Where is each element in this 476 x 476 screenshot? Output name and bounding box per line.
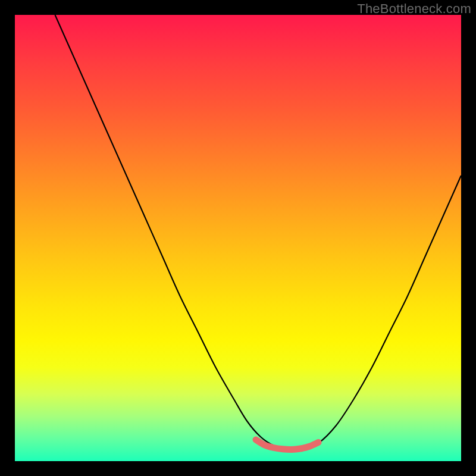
attribution-text: TheBottleneck.com — [357, 1, 471, 17]
plot-area — [15, 15, 461, 461]
plot-svg — [15, 15, 461, 461]
bottleneck-curve — [55, 15, 462, 450]
chart-frame: TheBottleneck.com — [0, 0, 476, 476]
